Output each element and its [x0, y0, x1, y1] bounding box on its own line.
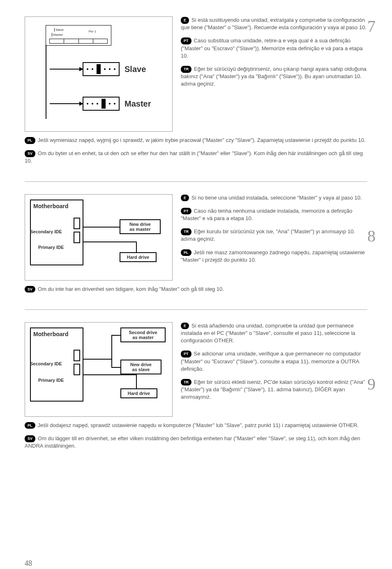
step-7: 7 Slave Master Pin 1 [25, 16, 367, 165]
page-number: 48 [25, 559, 32, 568]
motherboard-box: Motherboard Secondary IDE Primary IDE [30, 327, 83, 402]
step9-text-pl: PLJeśli dodajesz napęd, sprawdź ustawien… [25, 422, 367, 429]
motherboard-label: Motherboard [33, 203, 80, 209]
text-content: Jeśli nie masz zamontowanego żadnego nap… [181, 249, 365, 263]
text-content: Om du lägger till en drivenhet, se efter… [25, 435, 360, 449]
lang-pill-sv: SV [25, 435, 35, 442]
step8-text-tr: TREğer kurulu bir sürücünüz yok ise, "An… [181, 228, 367, 243]
jumper-slave-label: Slave [125, 65, 146, 74]
text-content: Caso não tenha nenhuma unidade instalada… [181, 208, 352, 221]
step9-text-es: ESi está añadiendo una unidad, compruebe… [181, 322, 367, 345]
secondary-ide-port [74, 218, 80, 229]
second-drive-box: Second driveas master [120, 327, 166, 342]
lang-pill-pl: PL [25, 422, 35, 429]
secondary-ide-label: Secondary IDE [30, 361, 62, 366]
step-8: 8 Motherboard Secondary IDE Primary IDE … [25, 194, 367, 293]
hard-drive-box: Hard drive [120, 252, 157, 262]
lang-pill-sv: SV [25, 150, 35, 157]
text-content: Caso substitua uma unidade, retire-a e v… [181, 37, 362, 58]
arrow-icon [50, 69, 83, 70]
text-content: Eğer kurulu bir sürücünüz yok ise, "Ana"… [181, 228, 355, 242]
motherboard-box: Motherboard Secondary IDE Primary IDE [30, 200, 83, 265]
step8-text-es: ESi no tiene una unidad instalada, selec… [181, 194, 367, 202]
primary-ide-port [74, 364, 80, 375]
text-content: Si está sustituyendo una unidad, extraíg… [181, 17, 367, 30]
board-label-slave: Slave [54, 28, 64, 32]
hard-drive-box: Hard drive [120, 388, 157, 398]
lang-pill-pt: PT [181, 208, 191, 215]
step9-text-pt: PTSe adicionar uma unidade, verifique a … [181, 350, 367, 373]
drive-board-illustration: Slave Master Pin 1 [46, 25, 111, 46]
text-content: Si no tiene una unidad instalada, selecc… [191, 195, 362, 201]
divider [25, 181, 367, 182]
lang-pill-sv: SV [25, 286, 35, 293]
jumper-master-row: Master [50, 97, 168, 111]
jumper-diagram: Slave Master Pin 1 Slave [25, 16, 173, 132]
motherboard-diagram-2: Motherboard Secondary IDE Primary IDE Se… [25, 322, 173, 417]
new-drive-box: New driveas slave [120, 360, 161, 374]
lang-pill-pl: PL [25, 137, 35, 144]
document-page: 7 Slave Master Pin 1 [25, 16, 367, 568]
lang-pill-pt: PT [181, 351, 191, 358]
text-content: Jeśli dodajesz napęd, sprawdź ustawienie… [38, 422, 359, 428]
divider [25, 309, 367, 310]
new-drive-box: New driveas master [120, 219, 161, 234]
secondary-ide-port [74, 350, 80, 361]
text-content: Om du byter ut en enhet, ta ut den och s… [25, 150, 363, 164]
text-content: Om du inte har en drivenhet sen tidigare… [38, 286, 224, 292]
text-content: Si está añadiendo una unidad, compruebe … [181, 323, 355, 344]
step8-text-pt: PTCaso não tenha nenhuma unidade instala… [181, 207, 367, 222]
step7-text-pt: PTCaso substitua uma unidade, retire-a e… [181, 37, 367, 60]
motherboard-diagram-1: Motherboard Secondary IDE Primary IDE Ne… [25, 194, 173, 281]
board-label-master: Master [52, 33, 63, 37]
step-number-7: 7 [367, 16, 376, 36]
lang-pill-tr: TR [181, 379, 191, 386]
arrow-icon [50, 103, 83, 104]
step-number-9: 9 [367, 374, 376, 394]
lang-pill-tr: TR [181, 66, 191, 73]
step8-text-pl: PLJeśli nie masz zamontowanego żadnego n… [181, 249, 367, 264]
step7-text-tr: TREğer bir sürücüyü değiştirirseniz, onu… [181, 65, 367, 88]
text-content: Se adicionar uma unidade, verifique a qu… [181, 351, 361, 372]
step7-text-sv: SVOm du byter ut en enhet, ta ut den och… [25, 150, 367, 165]
text-content: Jeśli wymieniasz napęd, wyjmij go i spra… [38, 137, 366, 143]
board-label-pin1: Pin 1 [89, 30, 96, 33]
text-content: Eğer bir sürücüyü değiştirirseniz, onu ç… [181, 66, 367, 87]
secondary-ide-label: Secondary IDE [30, 229, 62, 234]
lang-pill-e: E [181, 195, 189, 202]
lang-pill-e: E [181, 323, 189, 330]
step9-text-tr: TREğer bir sürücü ekledi iseniz, PC'de k… [181, 379, 367, 401]
primary-ide-label: Primary IDE [38, 245, 64, 250]
lang-pill-pl: PL [181, 249, 191, 256]
primary-ide-port [74, 232, 80, 243]
lang-pill-pt: PT [181, 37, 191, 44]
text-content: Eğer bir sürücü ekledi iseniz, PC'de kal… [181, 379, 365, 400]
jumper-slave-row: Slave [50, 62, 168, 76]
jumper-master-icon [83, 97, 120, 111]
jumper-slave-icon [83, 62, 120, 76]
lang-pill-e: E [181, 17, 189, 24]
step-number-8: 8 [367, 226, 376, 246]
step7-text-pl: PLJeśli wymieniasz napęd, wyjmij go i sp… [25, 137, 367, 144]
step7-text-es: ESi está sustituyendo una unidad, extraí… [181, 16, 367, 31]
motherboard-label: Motherboard [33, 331, 80, 337]
step9-text-sv: SVOm du lägger till en drivenhet, se eft… [25, 435, 367, 450]
lang-pill-tr: TR [181, 228, 191, 235]
primary-ide-label: Primary IDE [38, 378, 64, 383]
jumper-master-label: Master [125, 99, 151, 109]
step-9: 9 Motherboard Secondary IDE Primary IDE [25, 322, 367, 450]
step8-text-sv: SVOm du inte har en drivenhet sen tidiga… [25, 286, 367, 293]
